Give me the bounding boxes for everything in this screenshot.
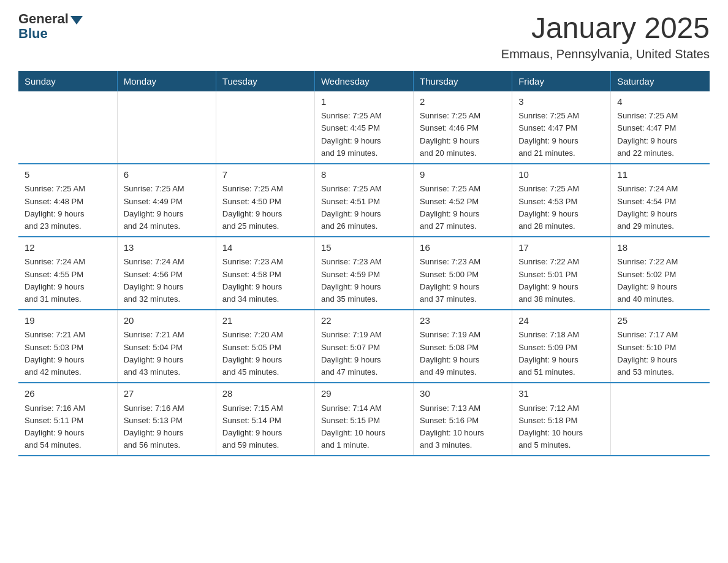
day-number: 21	[222, 314, 308, 328]
day-info: Sunrise: 7:24 AM Sunset: 4:55 PM Dayligh…	[25, 256, 111, 305]
calendar-cell: 8Sunrise: 7:25 AM Sunset: 4:51 PM Daylig…	[314, 164, 413, 237]
day-info: Sunrise: 7:18 AM Sunset: 5:09 PM Dayligh…	[518, 329, 604, 378]
day-info: Sunrise: 7:24 AM Sunset: 4:56 PM Dayligh…	[124, 256, 210, 305]
day-number: 5	[25, 168, 111, 182]
day-number: 20	[124, 314, 210, 328]
day-info: Sunrise: 7:16 AM Sunset: 5:11 PM Dayligh…	[25, 402, 111, 452]
day-info: Sunrise: 7:25 AM Sunset: 4:46 PM Dayligh…	[420, 110, 506, 159]
day-number: 15	[321, 241, 407, 255]
calendar-table: SundayMondayTuesdayWednesdayThursdayFrid…	[18, 71, 710, 456]
day-info: Sunrise: 7:20 AM Sunset: 5:05 PM Dayligh…	[222, 329, 308, 378]
calendar-cell: 23Sunrise: 7:19 AM Sunset: 5:08 PM Dayli…	[414, 310, 512, 383]
calendar-header: SundayMondayTuesdayWednesdayThursdayFrid…	[18, 71, 710, 91]
day-number: 18	[617, 241, 703, 255]
day-number: 19	[25, 314, 111, 328]
calendar-cell: 18Sunrise: 7:22 AM Sunset: 5:02 PM Dayli…	[611, 237, 710, 310]
week-row-4: 19Sunrise: 7:21 AM Sunset: 5:03 PM Dayli…	[18, 310, 710, 383]
day-info: Sunrise: 7:25 AM Sunset: 4:52 PM Dayligh…	[420, 183, 506, 232]
logo-general-text: General	[18, 12, 69, 26]
day-number: 1	[321, 95, 407, 109]
day-number: 7	[222, 168, 308, 182]
calendar-cell: 11Sunrise: 7:24 AM Sunset: 4:54 PM Dayli…	[611, 164, 710, 237]
calendar-cell	[117, 91, 216, 164]
calendar-cell: 6Sunrise: 7:25 AM Sunset: 4:49 PM Daylig…	[117, 164, 216, 237]
weekday-header-monday: Monday	[117, 71, 216, 91]
day-info: Sunrise: 7:15 AM Sunset: 5:14 PM Dayligh…	[222, 402, 308, 452]
day-info: Sunrise: 7:14 AM Sunset: 5:15 PM Dayligh…	[321, 402, 407, 452]
day-number: 27	[124, 387, 210, 401]
day-info: Sunrise: 7:23 AM Sunset: 4:58 PM Dayligh…	[222, 256, 308, 305]
calendar-cell: 27Sunrise: 7:16 AM Sunset: 5:13 PM Dayli…	[117, 383, 216, 456]
day-info: Sunrise: 7:23 AM Sunset: 4:59 PM Dayligh…	[321, 256, 407, 305]
calendar-cell: 10Sunrise: 7:25 AM Sunset: 4:53 PM Dayli…	[512, 164, 611, 237]
weekday-header-row: SundayMondayTuesdayWednesdayThursdayFrid…	[18, 71, 710, 91]
weekday-header-wednesday: Wednesday	[314, 71, 413, 91]
calendar-cell: 5Sunrise: 7:25 AM Sunset: 4:48 PM Daylig…	[18, 164, 117, 237]
day-number: 10	[518, 168, 604, 182]
day-info: Sunrise: 7:21 AM Sunset: 5:03 PM Dayligh…	[25, 329, 111, 378]
weekday-header-friday: Friday	[512, 71, 611, 91]
calendar-cell	[18, 91, 117, 164]
logo-blue-text: Blue	[18, 26, 48, 42]
day-info: Sunrise: 7:19 AM Sunset: 5:08 PM Dayligh…	[420, 329, 506, 378]
day-info: Sunrise: 7:21 AM Sunset: 5:04 PM Dayligh…	[124, 329, 210, 378]
day-info: Sunrise: 7:13 AM Sunset: 5:16 PM Dayligh…	[420, 402, 506, 452]
day-info: Sunrise: 7:12 AM Sunset: 5:18 PM Dayligh…	[518, 402, 604, 452]
day-info: Sunrise: 7:22 AM Sunset: 5:01 PM Dayligh…	[518, 256, 604, 305]
calendar-cell: 31Sunrise: 7:12 AM Sunset: 5:18 PM Dayli…	[512, 383, 611, 456]
day-number: 17	[518, 241, 604, 255]
calendar-cell: 26Sunrise: 7:16 AM Sunset: 5:11 PM Dayli…	[18, 383, 117, 456]
logo: General Blue	[18, 12, 83, 42]
day-info: Sunrise: 7:16 AM Sunset: 5:13 PM Dayligh…	[124, 402, 210, 452]
day-info: Sunrise: 7:25 AM Sunset: 4:45 PM Dayligh…	[321, 110, 407, 159]
day-number: 8	[321, 168, 407, 182]
calendar-cell	[216, 91, 314, 164]
day-number: 11	[617, 168, 703, 182]
day-info: Sunrise: 7:25 AM Sunset: 4:47 PM Dayligh…	[518, 110, 604, 159]
day-info: Sunrise: 7:17 AM Sunset: 5:10 PM Dayligh…	[617, 329, 703, 378]
day-info: Sunrise: 7:25 AM Sunset: 4:48 PM Dayligh…	[25, 183, 111, 232]
day-number: 26	[25, 387, 111, 401]
calendar-cell: 28Sunrise: 7:15 AM Sunset: 5:14 PM Dayli…	[216, 383, 314, 456]
calendar-body: 1Sunrise: 7:25 AM Sunset: 4:45 PM Daylig…	[18, 91, 710, 456]
calendar-cell: 2Sunrise: 7:25 AM Sunset: 4:46 PM Daylig…	[414, 91, 512, 164]
day-info: Sunrise: 7:25 AM Sunset: 4:51 PM Dayligh…	[321, 183, 407, 232]
day-info: Sunrise: 7:25 AM Sunset: 4:49 PM Dayligh…	[124, 183, 210, 232]
calendar-cell: 21Sunrise: 7:20 AM Sunset: 5:05 PM Dayli…	[216, 310, 314, 383]
day-info: Sunrise: 7:24 AM Sunset: 4:54 PM Dayligh…	[617, 183, 703, 232]
day-number: 24	[518, 314, 604, 328]
calendar-cell: 17Sunrise: 7:22 AM Sunset: 5:01 PM Dayli…	[512, 237, 611, 310]
day-number: 23	[420, 314, 506, 328]
day-number: 2	[420, 95, 506, 109]
day-info: Sunrise: 7:25 AM Sunset: 4:50 PM Dayligh…	[222, 183, 308, 232]
calendar-cell: 12Sunrise: 7:24 AM Sunset: 4:55 PM Dayli…	[18, 237, 117, 310]
calendar-cell: 7Sunrise: 7:25 AM Sunset: 4:50 PM Daylig…	[216, 164, 314, 237]
weekday-header-thursday: Thursday	[414, 71, 512, 91]
page-title: January 2025	[501, 12, 710, 45]
day-info: Sunrise: 7:25 AM Sunset: 4:53 PM Dayligh…	[518, 183, 604, 232]
calendar-cell: 24Sunrise: 7:18 AM Sunset: 5:09 PM Dayli…	[512, 310, 611, 383]
calendar-cell: 16Sunrise: 7:23 AM Sunset: 5:00 PM Dayli…	[414, 237, 512, 310]
day-number: 16	[420, 241, 506, 255]
week-row-5: 26Sunrise: 7:16 AM Sunset: 5:11 PM Dayli…	[18, 383, 710, 456]
week-row-2: 5Sunrise: 7:25 AM Sunset: 4:48 PM Daylig…	[18, 164, 710, 237]
header: General Blue January 2025 Emmaus, Pennsy…	[18, 12, 710, 61]
calendar-cell: 25Sunrise: 7:17 AM Sunset: 5:10 PM Dayli…	[611, 310, 710, 383]
day-info: Sunrise: 7:22 AM Sunset: 5:02 PM Dayligh…	[617, 256, 703, 305]
calendar-cell: 29Sunrise: 7:14 AM Sunset: 5:15 PM Dayli…	[314, 383, 413, 456]
weekday-header-sunday: Sunday	[18, 71, 117, 91]
calendar-cell: 1Sunrise: 7:25 AM Sunset: 4:45 PM Daylig…	[314, 91, 413, 164]
calendar-cell: 14Sunrise: 7:23 AM Sunset: 4:58 PM Dayli…	[216, 237, 314, 310]
week-row-1: 1Sunrise: 7:25 AM Sunset: 4:45 PM Daylig…	[18, 91, 710, 164]
day-number: 25	[617, 314, 703, 328]
day-info: Sunrise: 7:25 AM Sunset: 4:47 PM Dayligh…	[617, 110, 703, 159]
day-number: 30	[420, 387, 506, 401]
page-subtitle: Emmaus, Pennsylvania, United States	[501, 47, 710, 61]
day-info: Sunrise: 7:23 AM Sunset: 5:00 PM Dayligh…	[420, 256, 506, 305]
weekday-header-tuesday: Tuesday	[216, 71, 314, 91]
calendar-cell: 13Sunrise: 7:24 AM Sunset: 4:56 PM Dayli…	[117, 237, 216, 310]
day-info: Sunrise: 7:19 AM Sunset: 5:07 PM Dayligh…	[321, 329, 407, 378]
day-number: 9	[420, 168, 506, 182]
day-number: 31	[518, 387, 604, 401]
logo-arrow-icon	[70, 16, 83, 25]
